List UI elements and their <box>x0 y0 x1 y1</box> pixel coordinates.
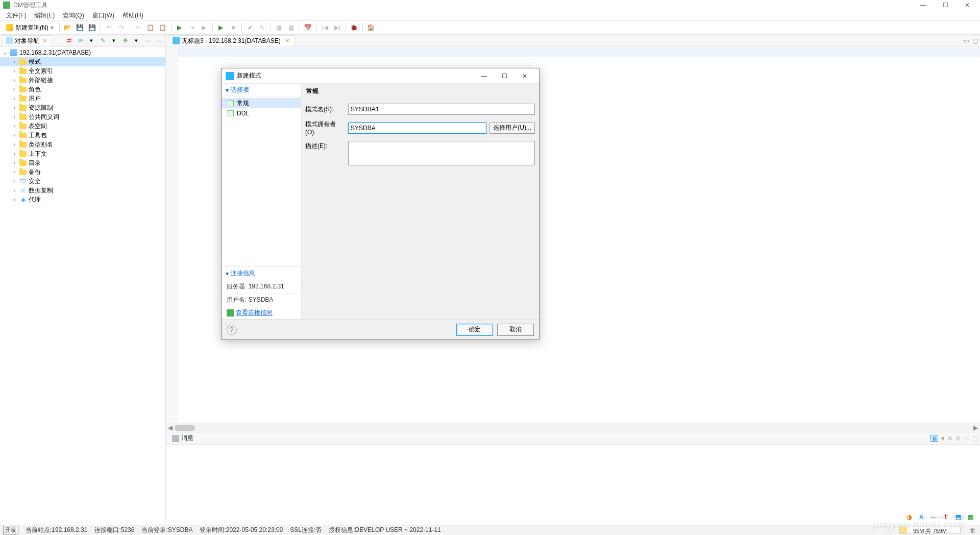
caret-icon[interactable]: › <box>11 123 17 130</box>
more2-icon[interactable]: ▭ <box>154 36 163 45</box>
nav-first-icon[interactable]: |◀ <box>320 22 331 33</box>
dialog-minimize-button[interactable]: — <box>474 69 494 83</box>
nav-tab-close-icon[interactable]: ✕ <box>42 37 47 44</box>
msg-tool2-icon[interactable]: ✖ <box>947 435 952 442</box>
home-icon[interactable]: 🏠 <box>365 22 377 33</box>
run-step-icon[interactable]: ⇥ <box>186 22 198 33</box>
caret-icon[interactable]: › <box>11 113 17 120</box>
tree-item[interactable]: ›上下文 <box>0 149 165 158</box>
ok-button[interactable]: 确定 <box>456 324 493 336</box>
caret-icon[interactable]: › <box>11 86 17 93</box>
menu-file[interactable]: 文件(F) <box>3 11 29 20</box>
save-all-icon[interactable]: 💾 <box>87 22 98 33</box>
trash-icon[interactable]: 🗑 <box>970 527 977 534</box>
dialog-maximize-button[interactable]: ☐ <box>494 69 514 83</box>
tree-item[interactable]: ›模式 <box>0 57 165 66</box>
message-tab[interactable]: 消息 <box>168 433 198 444</box>
cancel-button[interactable]: 取消 <box>497 324 534 336</box>
editor-tab[interactable]: 无标题3 - 192.168.2.31(DATABASE) ✕ <box>168 35 295 46</box>
editor-tab-close-icon[interactable]: ✕ <box>285 37 290 44</box>
caret-icon[interactable]: › <box>11 77 17 84</box>
tree-item[interactable]: ›类型别名 <box>0 140 165 149</box>
calendar-icon[interactable]: 📅 <box>303 22 314 33</box>
tool2-icon[interactable]: ▦ <box>286 22 297 33</box>
minimize-button[interactable]: — <box>917 2 929 9</box>
caret-icon[interactable]: › <box>11 95 17 102</box>
schema-desc-input[interactable] <box>348 141 535 165</box>
stop-icon[interactable]: ■ <box>228 22 239 33</box>
b-icon-2[interactable]: A <box>917 513 926 522</box>
edit-icon[interactable]: ✎ <box>98 36 107 45</box>
dialog-nav-ddl[interactable]: DDL <box>222 108 301 118</box>
b-icon-6[interactable]: ▦ <box>966 513 975 522</box>
b-icon-5[interactable]: ⬒ <box>953 513 963 522</box>
undo-icon[interactable]: ↶ <box>104 22 115 33</box>
maximize-button[interactable]: ☐ <box>940 2 951 9</box>
caret-icon[interactable]: › <box>11 58 17 65</box>
collapse-icon[interactable]: ▾ <box>87 36 96 45</box>
nav-tab[interactable]: 对象导航 ✕ <box>2 35 51 46</box>
msg-tool1-icon[interactable]: ▦ <box>930 435 938 442</box>
msg-tool4-icon[interactable]: ▭ <box>964 435 969 442</box>
menu-window[interactable]: 窗口(W) <box>89 11 117 20</box>
new-query-button[interactable]: 新建查询(N) ▾ <box>3 22 57 33</box>
view-conn-link[interactable]: 查看连接信息 <box>222 306 301 319</box>
menu-query[interactable]: 查询(Q) <box>60 11 87 20</box>
tool1-icon[interactable]: ▦ <box>274 22 285 33</box>
caret-icon[interactable]: ⌄ <box>2 49 8 56</box>
tree-item[interactable]: ›资源限制 <box>0 103 165 112</box>
caret-icon[interactable]: › <box>11 187 17 194</box>
tree-item[interactable]: ›◆代理 <box>0 195 165 204</box>
tree-item[interactable]: ›⎘数据复制 <box>0 186 165 195</box>
open-icon[interactable]: 📂 <box>62 22 74 33</box>
menu-edit[interactable]: 编辑(E) <box>31 11 58 20</box>
debug-run-icon[interactable]: ▶ <box>215 22 227 33</box>
tree-item[interactable]: ›备份 <box>0 167 165 177</box>
help-button[interactable]: ? <box>227 325 237 335</box>
tree-item[interactable]: ›🛡安全 <box>0 177 165 186</box>
more1-icon[interactable]: ▭ <box>143 36 152 45</box>
nav-tree[interactable]: ⌄ 192.168.2.31(DATABASE) ›模式›全文索引›外部链接›角… <box>0 47 165 525</box>
caret-icon[interactable]: › <box>11 159 17 166</box>
menu-help[interactable]: 帮助(H) <box>119 11 146 20</box>
tree-item[interactable]: ›全文索引 <box>0 66 165 76</box>
msg-tool5-icon[interactable]: ▢ <box>972 435 978 442</box>
commit-icon[interactable]: ✓ <box>244 22 256 33</box>
caret-icon[interactable]: › <box>11 67 17 75</box>
nav-last-icon[interactable]: ▶| <box>332 22 343 33</box>
tree-item[interactable]: ›角色 <box>0 85 165 94</box>
dialog-close-button[interactable]: ✕ <box>514 69 535 83</box>
b-icon-1[interactable]: ◑ <box>904 513 914 522</box>
b-icon-4[interactable]: T <box>941 513 950 522</box>
collapse-icon2[interactable]: ▾ <box>109 36 118 45</box>
minimize-pane-icon[interactable]: ▭ <box>964 37 969 44</box>
memory-bar[interactable]: 95M 共 759M <box>899 527 961 534</box>
expand-icon[interactable]: ✥ <box>120 36 130 45</box>
dialog-nav-general[interactable]: 常规 <box>222 98 301 108</box>
tree-item[interactable]: ›外部链接 <box>0 76 165 85</box>
maximize-pane-icon[interactable]: ▢ <box>972 37 978 44</box>
run-icon[interactable]: ▶ <box>174 22 185 33</box>
tree-item[interactable]: ›工具包 <box>0 131 165 140</box>
tree-item[interactable]: ›公共同义词 <box>0 112 165 121</box>
tree-item[interactable]: ›用户 <box>0 94 165 103</box>
schema-owner-input[interactable] <box>348 123 486 134</box>
caret-icon[interactable]: › <box>11 196 17 203</box>
caret-icon[interactable]: › <box>11 141 17 148</box>
tree-root[interactable]: ⌄ 192.168.2.31(DATABASE) <box>0 48 165 57</box>
close-button[interactable]: ✕ <box>962 2 973 9</box>
rollback-icon[interactable]: ↻ <box>257 22 268 33</box>
copy-icon[interactable]: 📋 <box>145 22 156 33</box>
editor-h-scrollbar[interactable]: ◀ ▶ <box>166 423 980 432</box>
refresh-icon[interactable]: ⟳ <box>76 36 85 45</box>
b-icon-3[interactable]: ↔ <box>929 513 938 522</box>
scrollbar-thumb[interactable] <box>175 425 195 431</box>
caret-icon[interactable]: › <box>11 168 17 176</box>
schema-name-input[interactable] <box>348 104 535 115</box>
save-icon[interactable]: 💾 <box>75 22 86 33</box>
bug-icon[interactable]: 🐞 <box>349 22 360 33</box>
tree-item[interactable]: ›表空间 <box>0 121 165 131</box>
msg-tool3-icon[interactable]: ✥ <box>955 435 961 442</box>
cut-icon[interactable]: ✂ <box>133 22 144 33</box>
caret-icon[interactable]: › <box>11 178 17 185</box>
